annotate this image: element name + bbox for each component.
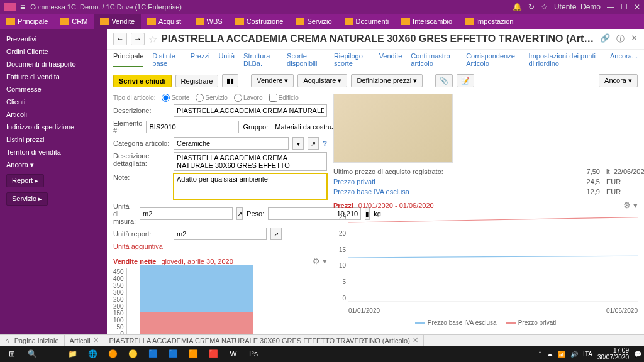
tab-unita[interactable]: Unità [218, 52, 235, 67]
btab-articoli-close-icon[interactable]: ✕ [93, 336, 99, 344]
sidebar-item-commesse[interactable]: Commesse [0, 83, 107, 96]
radio-scorte[interactable]: Scorte [162, 94, 189, 102]
tab-riepilogo[interactable]: Riepilogo scorte [334, 52, 370, 67]
user-label[interactable]: Utente_Demo [554, 3, 601, 11]
search-icon[interactable]: 🔍 [23, 347, 42, 361]
ureport-open-icon[interactable]: ↗ [270, 228, 282, 240]
tab-struttura[interactable]: Struttura Di.Ba. [243, 52, 278, 67]
tab-ancora[interactable]: Ancora... [610, 52, 638, 67]
descdet-input[interactable]: PIASTRELLA ACCADEMIA CREMA NATURALE 30X6… [174, 152, 327, 171]
close-icon[interactable]: ✕ [634, 3, 640, 11]
sidebar-item-preventivi[interactable]: Preventivi [0, 33, 107, 45]
elemento-input[interactable] [146, 121, 239, 133]
price-base-label[interactable]: Prezzo base IVA esclusa [333, 188, 569, 195]
sidebar-item-clienti[interactable]: Clienti [0, 96, 107, 108]
tray-notifications-icon[interactable]: 💬 [634, 351, 641, 358]
maximize-icon[interactable]: ☐ [621, 3, 628, 11]
tray-sound-icon[interactable]: 🔊 [570, 351, 578, 358]
radio-servizio[interactable]: Servizio [196, 94, 228, 102]
tab-riordino[interactable]: Impostazioni dei punti di riordino [529, 52, 601, 67]
sidebar-item-ordini[interactable]: Ordini Cliente [0, 45, 107, 58]
vendite-gear-icon[interactable]: ⚙ ▾ [313, 256, 327, 266]
ancora-button[interactable]: Ancora ▾ [599, 74, 638, 87]
tray-lang[interactable]: ITA [583, 351, 592, 358]
sidebar-item-listini[interactable]: Listini prezzi [0, 133, 107, 146]
hamburger-icon[interactable]: ≡ [20, 2, 25, 12]
categoria-dropdown-icon[interactable]: ▾ [292, 137, 304, 150]
btab-article-close-icon[interactable]: ✕ [413, 336, 418, 344]
tray-clock[interactable]: 17:09 30/07/2020 [597, 347, 629, 361]
app-icon-6[interactable]: 🟥 [204, 347, 223, 361]
descrizione-input[interactable] [174, 104, 327, 117]
tray-cloud-icon[interactable]: ☁ [547, 351, 553, 358]
tab-conti[interactable]: Conti mastro articolo [411, 52, 457, 67]
sidebar-item-articoli[interactable]: Articoli [0, 108, 107, 121]
tab-distinte[interactable]: Distinte base [152, 52, 182, 67]
defprezzi-button[interactable]: Definizione prezzi ▾ [351, 74, 423, 87]
menu-costruzione[interactable]: Costruzione [229, 14, 290, 29]
tab-scorte[interactable]: Scorte disponibili [287, 52, 325, 67]
chrome-icon[interactable]: 🌐 [83, 347, 102, 361]
save-close-button[interactable]: Scrivi e chiudi [113, 75, 172, 87]
start-button[interactable]: ⊞ [3, 347, 21, 361]
history-icon[interactable]: ↻ [528, 3, 535, 11]
radio-lavoro[interactable]: Lavoro [234, 94, 263, 102]
tab-principale[interactable]: Principale [113, 52, 143, 67]
link-icon[interactable]: 🔗 [600, 33, 610, 45]
nav-forward-button[interactable]: → [131, 33, 145, 45]
unita-aggiuntiva-link[interactable]: Unità aggiuntiva [113, 243, 163, 250]
menu-documenti[interactable]: Documenti [338, 14, 396, 29]
minimize-icon[interactable]: — [607, 3, 614, 11]
sidebar-item-ddt[interactable]: Documenti di trasporto [0, 58, 107, 70]
menu-acquisti[interactable]: Acquisti [141, 14, 189, 29]
um-input[interactable] [140, 207, 233, 220]
ureport-input[interactable] [174, 228, 267, 240]
register-button[interactable]: Registrare [175, 75, 219, 87]
tab-corrispondenze[interactable]: Corrispondenze Articolo [466, 52, 519, 67]
info-icon[interactable]: ⓘ [616, 33, 625, 45]
tray-chevron-icon[interactable]: ˄ [538, 351, 541, 358]
btab-article[interactable]: PIASTRELLA ACCADEMIA CREMA NATURALE 30X6… [104, 335, 424, 346]
btab-home[interactable]: Pagina iniziale [0, 335, 65, 346]
tray-wifi-icon[interactable]: 📶 [558, 351, 565, 358]
app-icon-4[interactable]: 🟦 [164, 347, 182, 361]
bell-icon[interactable]: 🔔 [513, 3, 522, 11]
price-privati-label[interactable]: Prezzo privati [333, 178, 569, 185]
word-icon[interactable]: W [224, 347, 243, 361]
tab-vendite[interactable]: Vendite [379, 52, 402, 67]
um-open-icon[interactable]: ↗ [236, 207, 243, 220]
explorer-icon[interactable]: 📁 [63, 347, 82, 361]
menu-crm[interactable]: CRM [54, 14, 94, 29]
help-icon[interactable]: ? [323, 140, 327, 147]
note-button[interactable]: 📝 [457, 74, 474, 87]
app-icon-5[interactable]: 🟧 [184, 347, 203, 361]
prezzi-chart-range[interactable]: 01/01/2020 - 01/06/2020 [358, 202, 434, 209]
note-input[interactable]: Adatto per qualsiasi ambiente| [174, 173, 327, 200]
menu-wbs[interactable]: WBS [189, 14, 229, 29]
panel-close-icon[interactable]: ✕ [631, 33, 638, 45]
sidebar-item-indirizzo[interactable]: Indirizzo di spedizione [0, 121, 107, 133]
btab-articoli[interactable]: Articoli ✕ [65, 335, 104, 346]
categoria-open-icon[interactable]: ↗ [308, 137, 319, 150]
barcode-button[interactable]: ▮▮ [222, 74, 238, 87]
menu-impostazioni[interactable]: Impostazioni [458, 14, 521, 29]
sidebar-ancora[interactable]: Ancora ▾ [0, 158, 107, 172]
categoria-input[interactable] [174, 137, 289, 150]
menu-interscambio[interactable]: Interscambio [395, 14, 458, 29]
sidebar-report-button[interactable]: Report ▸ [6, 174, 44, 187]
taskview-icon[interactable]: ☐ [43, 347, 62, 361]
app-icon-1[interactable]: 🟠 [103, 347, 122, 361]
sidebar-item-territori[interactable]: Territori di vendita [0, 146, 107, 158]
acquistare-button[interactable]: Acquistare ▾ [297, 74, 347, 87]
menu-vendite[interactable]: Vendite [94, 14, 141, 29]
favorite-icon[interactable]: ☆ [148, 33, 157, 45]
attach-button[interactable]: 📎 [435, 74, 453, 87]
sidebar-servizio-button[interactable]: Servizio ▸ [6, 192, 48, 206]
app-icon-3[interactable]: 🟦 [143, 347, 162, 361]
menu-principale[interactable]: Principale [0, 14, 54, 29]
sidebar-item-fatture[interactable]: Fatture di vendita [0, 70, 107, 83]
app-icon-2[interactable]: 🟡 [123, 347, 142, 361]
nav-back-button[interactable]: ← [113, 33, 127, 45]
vendere-button[interactable]: Vendere ▾ [251, 74, 294, 87]
vendite-chart-date[interactable]: giovedì, aprile 30, 2020 [161, 258, 233, 265]
